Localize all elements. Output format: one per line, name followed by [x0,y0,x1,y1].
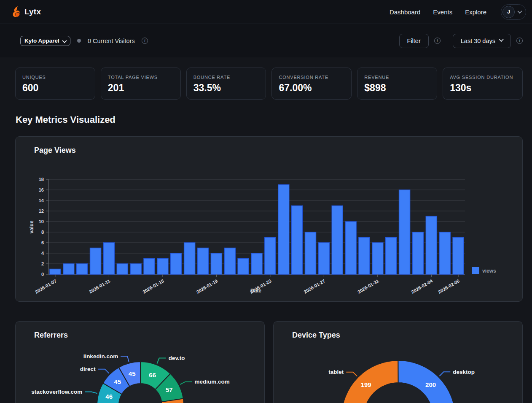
x-tick-label: 2026-02-06 [437,278,460,295]
bar[interactable] [332,206,343,275]
nav-link-dashboard[interactable]: Dashboard [390,8,420,16]
site-select-wrap: Kylo Apparel [20,36,70,46]
x-tick-label: 2026-02-04 [411,278,434,295]
bar[interactable] [359,238,370,275]
bar[interactable] [386,238,397,275]
slice-label: tablet [328,369,344,375]
bar[interactable] [63,264,74,274]
stat-label: BOUNCE RATE [193,75,259,80]
bar[interactable] [372,243,383,274]
y-tick-label: 14 [39,198,44,203]
slice-value: 199 [361,381,371,388]
user-menu[interactable]: J [501,4,526,20]
y-tick-label: 16 [39,187,44,192]
legend-swatch[interactable] [472,267,479,274]
stat-value: 33.5% [193,82,259,94]
date-range-info-icon[interactable]: i [516,38,523,44]
bar[interactable] [453,238,464,275]
bar[interactable] [251,253,262,274]
referrers-donut-chart[interactable]: 46stackoverflow.com45direct45linkedin.co… [16,322,265,403]
y-axis-title: value [29,220,35,233]
top-nav: Lytx Dashboard Events Explore J [0,0,532,24]
bar[interactable] [399,190,410,274]
label-callout-line [98,369,109,373]
bar[interactable] [305,232,316,274]
slice-label: linkedin.com [83,353,118,360]
filter-bar-left: Kylo Apparel 0 Current Visitors i [20,36,148,46]
y-tick-label: 2 [41,261,44,266]
current-visitors-label: 0 Current Visitors [88,38,135,44]
x-tick-label: 2026-01-07 [34,278,57,295]
bar[interactable] [157,259,168,275]
bar[interactable] [90,248,101,275]
avatar[interactable]: J [502,6,515,18]
bar[interactable] [103,243,114,274]
date-range-label: Last 30 days [461,38,495,44]
stat-card-bounce-rate: BOUNCE RATE 33.5% [186,68,266,100]
device-types-card: Device Types 199tablet200desktop [273,321,523,403]
stat-label: AVG SESSION DURATION [450,75,516,80]
device-types-donut-chart[interactable]: 199tablet200desktop [274,322,523,403]
bar[interactable] [292,206,303,275]
bar[interactable] [77,264,88,274]
y-tick-label: 10 [39,219,44,224]
slice-value: 46 [105,393,113,400]
label-callout-line [121,356,129,362]
bar[interactable] [238,259,249,275]
slice-label: stackoverflow.com [31,389,82,395]
slice-value: 200 [425,381,436,388]
filter-button[interactable]: Filter [399,34,429,48]
bottom-row: Referrers 46stackoverflow.com45direct45l… [15,321,523,403]
bar[interactable] [224,248,235,275]
bar[interactable] [265,238,276,275]
label-callout-line [180,382,192,384]
bar[interactable] [144,259,155,275]
bar[interactable] [439,232,450,274]
y-tick-label: 8 [41,230,44,235]
stat-card-conversion-rate: CONVERSION RATE 67.00% [271,68,352,100]
slice-value: 66 [149,371,156,379]
nav-link-explore[interactable]: Explore [465,8,486,16]
y-tick-label: 4 [41,251,44,256]
stat-card-revenue: REVENUE $898 [357,68,437,100]
bar[interactable] [211,253,222,274]
slice-label: dev.to [169,355,185,361]
slice-label: direct [80,366,96,372]
stat-card-avg-session-duration: AVG SESSION DURATION 130s [443,68,523,100]
stat-label: CONVERSION RATE [279,75,344,80]
stats-row: UNIQUES 600 TOTAL PAGE VIEWS 201 BOUNCE … [15,68,523,100]
x-tick-label: 2026-01-31 [357,278,380,295]
bar[interactable] [345,222,356,274]
slice-label: medium.com [194,379,229,385]
y-tick-label: 6 [41,240,44,245]
page-views-card: Page Views 0246810121416182026-01-072026… [15,136,523,302]
slice-value: 57 [166,386,173,393]
stat-card-total-page-views: TOTAL PAGE VIEWS 201 [101,68,181,100]
bar[interactable] [318,243,329,274]
date-range-button[interactable]: Last 30 days [453,34,511,48]
x-tick-label: 2026-01-27 [303,278,326,295]
y-tick-label: 18 [39,177,44,182]
referrers-card: Referrers 46stackoverflow.com45direct45l… [15,321,265,403]
bar[interactable] [130,264,141,274]
filter-info-icon[interactable]: i [434,38,441,44]
legend-label[interactable]: views [482,268,496,274]
x-axis-title: Date [250,288,261,294]
brand-name: Lytx [24,7,41,16]
stat-label: UNIQUES [22,75,88,80]
page-views-bar-chart[interactable]: 0246810121416182026-01-072026-01-112026-… [16,137,523,302]
bar[interactable] [50,269,61,275]
bar[interactable] [426,216,437,275]
x-tick-label: 2026-01-15 [142,278,165,295]
filter-bar-right: Filter i Last 30 days i [399,34,523,48]
bar[interactable] [184,243,195,274]
bar[interactable] [278,185,289,275]
nav-link-events[interactable]: Events [433,8,452,16]
visitors-info-icon[interactable]: i [142,38,148,44]
bar[interactable] [171,253,182,274]
bar[interactable] [117,264,128,274]
bar[interactable] [198,248,209,275]
bar[interactable] [412,232,423,274]
x-tick-label: 2026-01-19 [196,278,219,295]
stat-value: $898 [364,82,430,94]
